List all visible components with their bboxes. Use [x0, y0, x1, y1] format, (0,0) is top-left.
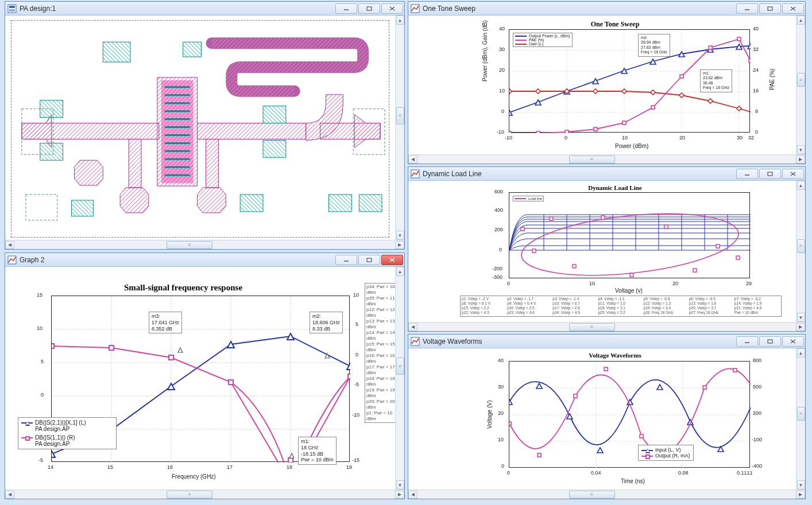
y-right-tick: -100 — [752, 437, 762, 442]
y-left-tick: 20 — [499, 67, 505, 73]
x-axis-label: Frequency (GHz) — [172, 473, 216, 480]
y-right-tick: 0 — [355, 352, 358, 358]
vertical-scrollbar[interactable]: ▲≡▼ — [395, 15, 404, 240]
vertical-scrollbar[interactable]: ▲≡▼ — [796, 181, 805, 322]
one-tone-plot[interactable]: One Tone Sweep — [408, 15, 805, 164]
y-left-tick: 10 — [498, 437, 504, 442]
horizontal-scrollbar[interactable]: ◀≡▶ — [5, 490, 404, 499]
close-button[interactable] — [381, 3, 403, 14]
svg-rect-104 — [708, 99, 713, 103]
close-button[interactable] — [381, 255, 403, 265]
maximize-button[interactable] — [358, 3, 380, 14]
titlebar-graph2[interactable]: Graph 2 — [5, 253, 404, 267]
horizontal-scrollbar[interactable]: ◀≡▶ — [408, 154, 805, 164]
vertical-scrollbar[interactable]: ▲≡▼ — [796, 15, 805, 154]
title-dynamic-load: Dynamic Load Line — [423, 170, 735, 178]
y-right-tick: 800 — [753, 358, 761, 363]
svg-marker-71 — [178, 348, 183, 352]
x-tick: 20 — [679, 135, 685, 141]
svg-rect-137 — [736, 256, 740, 259]
legend-sub: PA design.AP — [35, 426, 113, 432]
maximize-button[interactable] — [759, 169, 781, 179]
maximize-button[interactable] — [759, 3, 781, 14]
marker-m1: m1:23.62 dBm 36.48Freq = 18 GHz — [700, 69, 732, 92]
minimize-button[interactable] — [736, 3, 758, 14]
svg-rect-67 — [169, 355, 173, 360]
svg-rect-41 — [103, 42, 130, 62]
svg-marker-24 — [22, 115, 52, 148]
legend: DB(|S(2,1)|)[X,1] (L) PA design.AP DB(|S… — [18, 417, 117, 449]
x-tick: 0 — [507, 470, 510, 476]
maximize-button[interactable] — [358, 255, 380, 265]
marker-m2: m2:28.04 dBm 27.83 dBmFreq = 18 GHz — [638, 34, 670, 57]
close-button[interactable] — [782, 336, 804, 347]
x-tick: 10 — [622, 135, 628, 141]
svg-rect-114 — [737, 37, 741, 41]
svg-rect-103 — [679, 93, 684, 98]
svg-marker-27 — [354, 115, 380, 148]
dc-bias-table: p1: Vstep = -2 Vp2: Vstep = -1.7p3: Vste… — [460, 296, 782, 317]
titlebar-voltage[interactable]: Voltage Waveforms — [408, 335, 805, 348]
x-tick: 14 — [48, 464, 53, 470]
y-right-tick: -400 — [752, 463, 762, 469]
svg-rect-110 — [622, 121, 626, 125]
marker-m1: m1: 18 GHz -18.15 dB Pwr = 10 dBm — [298, 437, 337, 465]
svg-rect-167 — [733, 368, 737, 372]
horizontal-scrollbar[interactable]: ◀≡▶ — [408, 322, 805, 331]
minimize-button[interactable] — [736, 336, 758, 347]
legend-sub: PA design.AP — [35, 441, 113, 447]
legend: Input (L, V) Output (R, mA) — [638, 445, 694, 461]
titlebar-pa-design[interactable]: PA design:1 — [5, 2, 404, 15]
trace-list: p34: Pwr = 10 dBmp35: Pwr = 11 dBm p12: … — [365, 283, 398, 423]
svg-rect-105 — [737, 106, 741, 111]
minimize-button[interactable] — [335, 255, 357, 265]
svg-rect-40 — [359, 195, 382, 212]
svg-rect-164 — [640, 434, 643, 438]
layout-icon — [7, 4, 17, 13]
legend-entry: DB(|S(2,1)|)[X,1] (L) — [35, 419, 86, 426]
graph2-plot[interactable]: Small-signal frequency response — [5, 267, 404, 499]
x-axis-label: Power (dBm) — [615, 143, 648, 149]
titlebar-dynamic-load[interactable]: Dynamic Load Line — [408, 167, 805, 181]
svg-rect-2 — [9, 9, 15, 11]
svg-rect-136 — [716, 244, 720, 248]
vertical-scrollbar[interactable]: ▲≡▼ — [395, 267, 404, 490]
close-button[interactable] — [782, 3, 804, 14]
maximize-button[interactable] — [759, 336, 781, 347]
svg-rect-135 — [664, 225, 668, 228]
svg-rect-37 — [263, 140, 286, 157]
svg-rect-34 — [40, 143, 63, 160]
y-right-tick: 16 — [753, 88, 759, 94]
x-tick: 30 — [737, 135, 743, 141]
y-right-tick: 0 — [755, 129, 758, 135]
y-left-tick: 30 — [498, 384, 504, 390]
title-voltage: Voltage Waveforms — [423, 337, 735, 345]
svg-rect-144 — [768, 340, 772, 343]
y-right-tick: 200 — [753, 410, 761, 416]
x-tick: 0 — [564, 135, 567, 141]
svg-marker-157 — [657, 384, 663, 390]
titlebar-one-tone[interactable]: One Tone Sweep — [408, 2, 805, 15]
dynamic-load-plot[interactable]: Dynamic Load Line — [408, 181, 805, 331]
svg-rect-1 — [9, 6, 15, 8]
minimize-button[interactable] — [736, 169, 758, 179]
svg-rect-113 — [709, 46, 712, 49]
x-tick: 29 — [746, 281, 752, 286]
svg-rect-42 — [183, 42, 202, 57]
svg-rect-161 — [538, 453, 541, 457]
svg-marker-31 — [198, 188, 226, 213]
title-one-tone: One Tone Sweep — [423, 5, 735, 13]
vertical-scrollbar[interactable]: ▲≡▼ — [796, 348, 805, 490]
y-axis-label-left: Power (dBm), Gain (dB) — [482, 20, 488, 81]
chart-icon — [411, 337, 420, 346]
horizontal-scrollbar[interactable]: ◀≡▶ — [408, 490, 805, 499]
mmic-layout-canvas[interactable] — [11, 20, 389, 238]
voltage-plot[interactable]: Voltage Waveforms — [408, 348, 805, 499]
legend: Load line — [513, 196, 544, 201]
x-axis-label: Voltage (v) — [615, 288, 643, 294]
svg-marker-59 — [52, 451, 55, 457]
y-left-tick: 0 — [501, 463, 504, 469]
close-button[interactable] — [782, 169, 804, 179]
minimize-button[interactable] — [335, 3, 357, 14]
horizontal-scrollbar[interactable]: ◀≡▶ — [5, 240, 404, 249]
